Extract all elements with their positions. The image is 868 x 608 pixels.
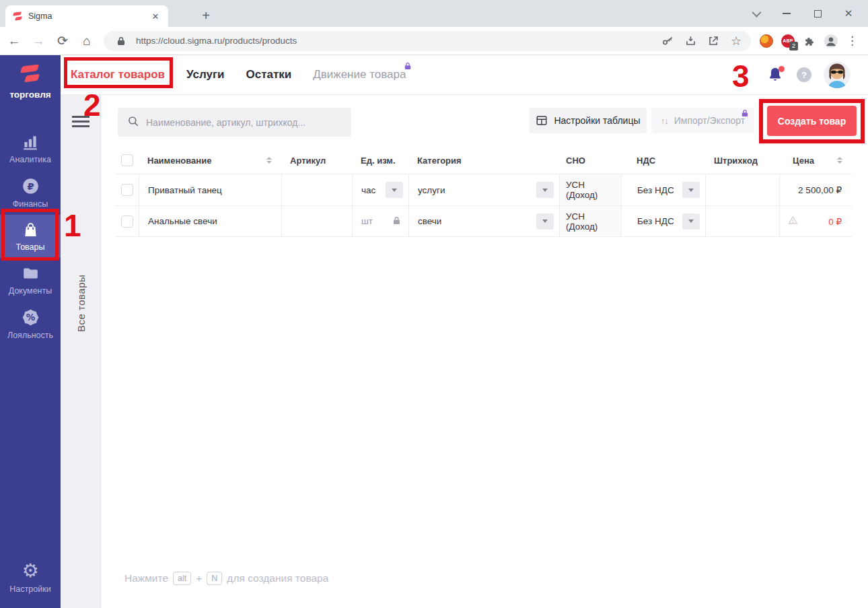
close-tab-icon[interactable]: ✕ <box>149 10 161 22</box>
import-export-button[interactable]: ↑↓ Импорт/Экспорт <box>651 108 754 133</box>
browser-profile-icon[interactable] <box>824 34 838 48</box>
tab-goods-movement[interactable]: Движение товара <box>313 68 406 81</box>
discount-badge-icon: % <box>22 308 40 327</box>
unit-dropdown[interactable] <box>386 182 403 198</box>
cell-article[interactable] <box>281 205 352 237</box>
svg-text:₽: ₽ <box>27 180 34 192</box>
sidebar-item-loyalty[interactable]: % Лояльность <box>0 302 61 346</box>
vat-dropdown[interactable] <box>682 213 700 230</box>
search-icon <box>127 115 139 130</box>
header-unit[interactable]: Ед. изм. <box>352 147 408 174</box>
category-dropdown[interactable] <box>536 213 554 230</box>
tab-stock[interactable]: Остатки <box>246 68 292 81</box>
cell-sno: УСН (Доход) <box>559 205 621 237</box>
cell-article[interactable] <box>281 174 352 205</box>
hamburger-menu-icon[interactable] <box>72 116 89 130</box>
user-avatar[interactable] <box>824 61 851 88</box>
close-window-button[interactable]: ✕ <box>833 0 864 27</box>
address-bar[interactable]: https://cloud.sigma.ru/products/products… <box>104 31 751 51</box>
cell-category[interactable]: услуги <box>408 174 559 205</box>
gear-icon: ⚙ <box>22 562 38 580</box>
products-table: Наименование Артикул Ед. изм. Категория … <box>115 147 852 237</box>
sigma-favicon <box>12 11 23 22</box>
shortcut-hint: Нажмите alt + N для создания товара <box>124 572 328 585</box>
sidebar-item-label: Документы <box>9 286 52 296</box>
adblock-extension-icon[interactable]: ABP 2 <box>781 34 795 48</box>
extensions-area: ABP 2 ⋮ <box>759 34 865 48</box>
bookmark-star-icon[interactable]: ☆ <box>728 33 744 49</box>
minimize-button[interactable] <box>771 0 802 27</box>
maximize-button[interactable] <box>802 0 833 27</box>
cell-barcode[interactable] <box>705 174 779 205</box>
bar-chart-icon <box>22 133 39 151</box>
caret-down-icon <box>688 219 694 223</box>
home-button[interactable]: ⌂ <box>77 31 97 51</box>
cell-category[interactable]: свечи <box>408 205 559 237</box>
browser-menu-icon[interactable]: ⋮ <box>846 34 858 48</box>
product-search[interactable] <box>118 108 351 137</box>
table-settings-button[interactable]: Настройки таблицы <box>530 108 647 133</box>
sidebar-item-finance[interactable]: ₽ Финансы <box>0 170 61 215</box>
https-lock-icon <box>113 33 129 49</box>
browser-tab[interactable]: Sigma ✕ <box>5 5 168 27</box>
cell-price[interactable]: 2 500,00 ₽ <box>779 174 852 205</box>
help-button[interactable]: ? <box>797 67 811 82</box>
header-sno[interactable]: СНО <box>559 147 621 174</box>
subsidebar-tab-all-products[interactable]: Все товары <box>61 143 101 332</box>
window-controls: ✕ <box>740 0 864 27</box>
browser-window: Sigma ✕ + ✕ ← → ⟳ ⌂ https://cloud.sigma.… <box>0 0 868 608</box>
cell-name[interactable]: Приватный танец <box>139 174 281 205</box>
keycap-alt: alt <box>173 572 191 585</box>
back-button[interactable]: ← <box>4 31 24 51</box>
sort-icon[interactable] <box>837 157 842 164</box>
header-label: Цена <box>793 156 814 166</box>
cell-unit[interactable]: час <box>352 174 408 205</box>
lock-icon <box>742 108 748 119</box>
products-content: Настройки таблицы ↑↓ Импорт/Экспорт Созд… <box>102 95 868 608</box>
sort-icon[interactable] <box>266 157 272 164</box>
cell-name[interactable]: Анальные свечи <box>139 205 281 237</box>
share-icon[interactable] <box>705 33 721 49</box>
cell-vat[interactable]: Без НДС <box>621 174 705 205</box>
refresh-button[interactable]: ⟳ <box>52 31 73 51</box>
category-dropdown[interactable] <box>536 182 554 198</box>
table-grid-icon <box>536 114 548 127</box>
new-tab-button[interactable]: + <box>196 6 215 25</box>
select-all-checkbox[interactable] <box>121 154 133 166</box>
vat-dropdown[interactable] <box>682 182 700 198</box>
vat-value: Без НДС <box>637 216 674 226</box>
stamp-extension-icon[interactable] <box>759 34 774 48</box>
passwords-key-icon[interactable] <box>659 33 676 49</box>
svg-text:%: % <box>26 312 35 323</box>
sidebar-item-products[interactable]: Товары <box>0 215 61 258</box>
sidebar-item-documents[interactable]: Документы <box>0 258 61 302</box>
tab-search-button[interactable] <box>740 0 771 27</box>
cell-barcode[interactable] <box>705 205 779 237</box>
header-article[interactable]: Артикул <box>281 147 352 174</box>
notifications-bell-icon[interactable] <box>767 66 785 83</box>
sidebar-item-analytics[interactable]: Аналитика <box>0 127 61 170</box>
browser-toolbar: ← → ⟳ ⌂ https://cloud.sigma.ru/products/… <box>0 27 868 55</box>
minimize-icon <box>783 13 791 14</box>
header-barcode[interactable]: Штрихкод <box>705 147 779 174</box>
sidebar-item-settings[interactable]: ⚙ Настройки <box>0 555 61 600</box>
tab-services[interactable]: Услуги <box>186 68 225 81</box>
save-download-icon[interactable] <box>682 33 698 49</box>
cell-vat[interactable]: Без НДС <box>621 205 705 237</box>
header-price[interactable]: Цена <box>779 147 852 174</box>
tab-catalog[interactable]: Каталог товаров <box>71 68 165 81</box>
cell-price[interactable]: 0 ₽ <box>779 205 852 237</box>
puzzle-extensions-icon[interactable] <box>802 34 817 48</box>
row-checkbox[interactable] <box>121 215 133 228</box>
header-name[interactable]: Наименование <box>139 147 281 174</box>
table-row: Анальные свечи шт свечи УСН (Доход) Без … <box>115 205 852 237</box>
row-checkbox[interactable] <box>121 184 133 196</box>
header-category[interactable]: Категория <box>408 147 559 174</box>
import-export-arrows-icon: ↑↓ <box>661 116 668 126</box>
search-input[interactable] <box>146 117 342 128</box>
brand-label: торговля <box>9 90 50 100</box>
create-product-button[interactable]: Создать товар <box>767 106 857 136</box>
header-vat[interactable]: НДС <box>621 147 705 174</box>
forward-button[interactable]: → <box>28 31 48 51</box>
url-text[interactable]: https://cloud.sigma.ru/products/products <box>136 36 653 46</box>
